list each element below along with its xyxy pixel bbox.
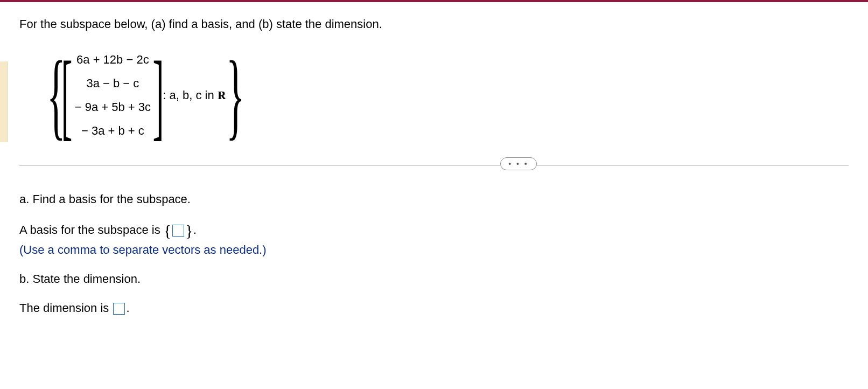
section-divider: • • • xyxy=(19,165,849,165)
part-b-answer-line: The dimension is . xyxy=(19,301,849,315)
part-a-hint: (Use a comma to separate vectors as need… xyxy=(19,243,849,257)
vector-column: 6a + 12b − 2c 3a − b − c − 9a + 5b + 3c … xyxy=(68,47,157,143)
part-a-heading: a. Find a basis for the subspace. xyxy=(19,192,849,206)
matrix-bracket-left: [ xyxy=(61,54,73,137)
question-content: For the subspace below, (a) find a basis… xyxy=(0,2,868,340)
real-numbers-symbol: R xyxy=(218,88,226,102)
more-button[interactable]: • • • xyxy=(500,157,536,170)
vector-row-1: 6a + 12b − 2c xyxy=(72,53,153,67)
divider-line xyxy=(19,165,849,165)
answer-brace-close: } xyxy=(185,221,193,239)
left-margin-tab xyxy=(0,61,8,142)
answer-brace-open: { xyxy=(164,221,171,239)
part-a-answer-line: A basis for the subspace is {}. xyxy=(19,221,849,240)
vector-row-2: 3a − b − c xyxy=(72,77,153,91)
set-brace-right: } xyxy=(226,57,244,134)
basis-input[interactable] xyxy=(172,225,184,237)
dimension-input[interactable] xyxy=(113,303,125,315)
part-a-answer-prefix: A basis for the subspace is xyxy=(19,223,164,237)
part-a-period: . xyxy=(193,223,197,237)
part-b-answer-prefix: The dimension is xyxy=(19,301,112,315)
vector-row-4: − 3a + b + c xyxy=(72,124,153,138)
part-b-heading: b. State the dimension. xyxy=(19,272,849,286)
set-condition: : a, b, c in R xyxy=(163,88,225,102)
matrix-bracket-right: ] xyxy=(153,54,164,137)
condition-text: : a, b, c in xyxy=(163,88,218,102)
part-b-period: . xyxy=(126,301,129,315)
subspace-definition: { [ 6a + 12b − 2c 3a − b − c − 9a + 5b +… xyxy=(46,47,849,143)
vector-row-3: − 9a + 5b + 3c xyxy=(72,100,153,114)
question-prompt: For the subspace below, (a) find a basis… xyxy=(19,17,849,31)
